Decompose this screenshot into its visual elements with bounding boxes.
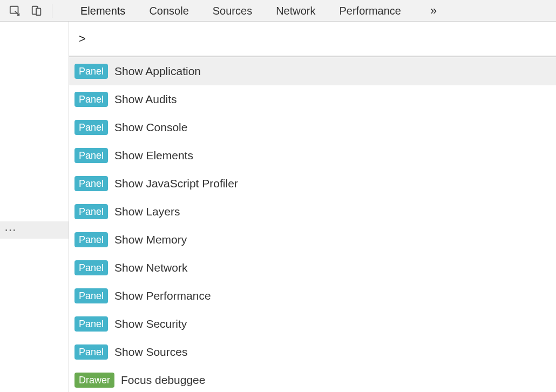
command-menu-item-label: Show Audits: [114, 93, 177, 106]
command-menu-item[interactable]: PanelShow Audits: [69, 85, 556, 113]
command-menu-item[interactable]: PanelShow JavaScript Profiler: [69, 170, 556, 198]
tab-elements[interactable]: Elements: [80, 0, 125, 22]
command-menu-item-label: Show Elements: [114, 149, 193, 162]
command-menu: > PanelShow ApplicationPanelShow AuditsP…: [69, 22, 556, 392]
device-toggle-icon[interactable]: [30, 4, 43, 17]
command-menu-item-label: Focus debuggee: [121, 374, 205, 387]
content-area: ⋯ > PanelShow ApplicationPanelShow Audit…: [0, 22, 556, 392]
tab-sources[interactable]: Sources: [213, 0, 252, 22]
tab-console[interactable]: Console: [149, 0, 188, 22]
command-menu-item-label: Show Performance: [114, 289, 211, 302]
command-menu-item[interactable]: DrawerFocus debuggee: [69, 366, 556, 392]
panel-badge: Panel: [74, 288, 108, 303]
panel-badge: Panel: [74, 92, 108, 107]
tab-network[interactable]: Network: [276, 0, 315, 22]
command-menu-item[interactable]: PanelShow Performance: [69, 282, 556, 310]
panel-badge: Panel: [74, 204, 108, 219]
command-menu-item[interactable]: PanelShow Layers: [69, 198, 556, 226]
tab-performance[interactable]: Performance: [340, 0, 402, 22]
svg-rect-0: [10, 6, 18, 13]
toolbar-divider: [52, 4, 52, 18]
panel-badge: Panel: [74, 120, 108, 135]
command-menu-item-label: Show Layers: [114, 205, 180, 218]
command-menu-item-label: Show Memory: [114, 233, 187, 246]
command-menu-prompt: >: [79, 32, 86, 46]
command-menu-item[interactable]: PanelShow Memory: [69, 226, 556, 254]
panel-badge: Panel: [74, 64, 108, 79]
left-pane-overflow-row[interactable]: ⋯: [0, 221, 69, 239]
command-menu-item[interactable]: PanelShow Security: [69, 310, 556, 338]
command-menu-item[interactable]: PanelShow Network: [69, 254, 556, 282]
panel-badge: Panel: [74, 176, 108, 191]
panel-badge: Panel: [74, 232, 108, 247]
command-menu-item-label: Show Security: [114, 317, 187, 330]
command-menu-item[interactable]: PanelShow Elements: [69, 141, 556, 170]
command-menu-item[interactable]: PanelShow Sources: [69, 338, 556, 366]
command-menu-item-label: Show Sources: [114, 346, 187, 359]
devtools-toolbar: ElementsConsoleSourcesNetworkPerformance…: [0, 0, 556, 22]
command-menu-item[interactable]: PanelShow Console: [69, 113, 556, 141]
drawer-badge: Drawer: [74, 373, 114, 388]
panel-badge: Panel: [74, 316, 108, 332]
command-menu-item-label: Show Network: [114, 261, 187, 274]
inspect-element-icon[interactable]: [9, 4, 22, 17]
tabstrip: ElementsConsoleSourcesNetworkPerformance…: [60, 0, 442, 21]
panel-badge: Panel: [74, 260, 108, 275]
svg-rect-2: [36, 8, 40, 15]
tabs-overflow-button[interactable]: »: [425, 0, 442, 22]
command-menu-input-row[interactable]: >: [69, 22, 556, 57]
toolbar-left-controls: [0, 0, 60, 21]
command-menu-item-label: Show Console: [114, 121, 187, 134]
panel-badge: Panel: [74, 344, 108, 360]
command-menu-item[interactable]: PanelShow Application: [69, 57, 556, 85]
command-menu-item-label: Show Application: [114, 65, 201, 78]
command-menu-item-label: Show JavaScript Profiler: [114, 177, 238, 190]
ellipsis-icon: ⋯: [4, 223, 17, 237]
command-menu-list: PanelShow ApplicationPanelShow AuditsPan…: [69, 57, 556, 392]
left-pane: ⋯: [0, 22, 69, 392]
panel-badge: Panel: [74, 148, 108, 163]
